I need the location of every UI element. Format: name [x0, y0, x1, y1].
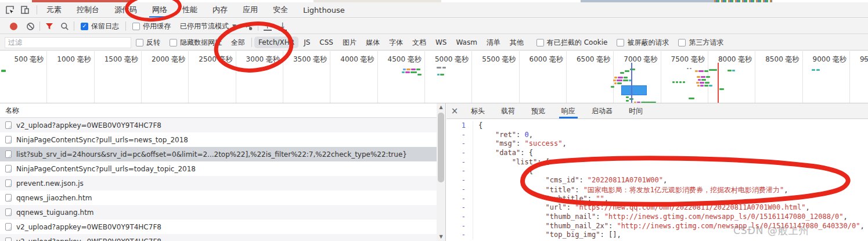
request-row[interactable]: qqnews_jiaozhen.htm	[0, 190, 437, 205]
gutter-marker[interactable]: -	[446, 231, 473, 240]
hide-data-urls-checkbox[interactable]: 隐藏数据网址	[170, 38, 222, 48]
gutter-marker[interactable]: -	[446, 131, 473, 140]
gutter-marker[interactable]: -	[446, 149, 473, 158]
scrollbar-thumb[interactable]	[438, 113, 444, 182]
request-name: NinjaPageContentSync?pull_urls=today_top…	[16, 165, 196, 173]
checkbox-unchecked[interactable]	[136, 39, 143, 46]
checkbox-unchecked[interactable]	[678, 39, 686, 46]
timeline-tick-label: 5000 毫秒	[435, 55, 469, 64]
detail-tab-载荷[interactable]: 载荷	[493, 103, 523, 118]
tab-应用[interactable]: 应用	[235, 2, 265, 17]
waterfall-mark	[727, 70, 732, 71]
code-text: "title": "国家电影局：将发放1亿元观影消费券，挖掘农村电影消费潜力",	[473, 185, 788, 195]
filter-input[interactable]	[5, 37, 131, 48]
tab-源代码[interactable]: 源代码	[107, 2, 145, 17]
scroll-down-icon[interactable]: ▼	[437, 233, 445, 241]
file-icon	[5, 165, 12, 172]
waterfall-mark	[641, 102, 656, 103]
gutter-marker[interactable]: -	[446, 139, 473, 149]
timeline-gridline: 8500 毫秒	[755, 51, 802, 103]
gutter-marker[interactable]: -	[446, 158, 473, 167]
waterfall-mark	[410, 71, 417, 73]
invert-checkbox[interactable]: 反转	[136, 38, 160, 48]
gutter-marker[interactable]: -	[446, 213, 473, 222]
filter-pill-清单[interactable]: 清单	[482, 36, 505, 49]
filter-pill-JS[interactable]: JS	[300, 37, 314, 48]
detail-tab-启动器[interactable]: 启动器	[584, 103, 621, 118]
filter-pill-全部[interactable]: 全部	[227, 36, 249, 49]
response-body[interactable]: 1{- "ret": 0,- "msg": "success",- "data"…	[446, 119, 868, 241]
detail-tab-响应[interactable]: 响应	[553, 103, 584, 118]
scroll-up-icon[interactable]: ▲	[437, 103, 445, 111]
preserve-log-checkbox[interactable]: ✓ 保留日志	[81, 21, 119, 31]
disable-cache-checkbox[interactable]: 停用缓存	[132, 21, 171, 31]
gutter-marker[interactable]: 1	[446, 121, 473, 131]
blocked-cookies-checkbox[interactable]: 有已拦截的 Cookie	[536, 38, 608, 48]
checkbox-unchecked[interactable]	[617, 39, 624, 46]
tab-内存[interactable]: 内存	[205, 2, 235, 17]
request-row[interactable]: v2_upload?appkey=0WEB0V0Y9T4HC7F8	[0, 234, 437, 241]
tab-性能[interactable]: 性能	[175, 2, 205, 17]
tab-控制台[interactable]: 控制台	[69, 2, 107, 17]
timeline-tick-label: 5500 毫秒	[482, 55, 516, 64]
filter-pill-媒体[interactable]: 媒体	[362, 36, 384, 49]
filter-pill-Wasm[interactable]: Wasm	[452, 37, 481, 48]
filter-icon[interactable]	[42, 19, 57, 33]
request-row[interactable]: prevent.new.json.js	[0, 176, 437, 190]
export-har-icon[interactable]: ↓	[275, 19, 290, 33]
tab-Lighthouse[interactable]: Lighthouse	[296, 2, 352, 17]
tab-网络[interactable]: 网络	[145, 2, 175, 17]
timeline-tick-label: 7000 毫秒	[624, 55, 657, 64]
inspect-element-icon[interactable]	[2, 3, 17, 17]
close-icon[interactable]: ×	[446, 106, 463, 116]
device-toolbar-icon[interactable]	[17, 3, 33, 17]
third-party-checkbox[interactable]: 第三方请求	[678, 38, 723, 48]
code-text: {	[473, 167, 533, 176]
scrollbar[interactable]: ▲ ▼	[437, 103, 445, 241]
request-row[interactable]: qqnews_tuiguang.htm	[0, 205, 437, 220]
request-row[interactable]: list?sub_srv_id=24hours&srv_id=pc&offset…	[0, 147, 437, 161]
timeline-tick-label: 4000 毫秒	[340, 55, 374, 64]
waterfall-mark	[706, 76, 710, 78]
waterfall-mark	[403, 69, 406, 70]
detail-tab-时间[interactable]: 时间	[621, 103, 651, 118]
request-row[interactable]: NinjaPageContentSync?pull_urls=today_top…	[0, 161, 437, 176]
network-conditions-icon[interactable]	[241, 19, 256, 33]
checkbox-checked[interactable]: ✓	[81, 23, 88, 30]
filter-pill-文档[interactable]: 文档	[408, 36, 430, 49]
throttling-dropdown[interactable]: 已停用节流模式 ▼	[180, 21, 236, 31]
filter-pill-字体[interactable]: 字体	[385, 36, 407, 49]
network-overview-timeline[interactable]: 500 毫秒1000 毫秒1500 毫秒2000 毫秒2500 毫秒3000 毫…	[0, 51, 868, 103]
blocked-requests-checkbox[interactable]: 被屏蔽的请求	[617, 38, 669, 48]
detail-tab-预览[interactable]: 预览	[523, 103, 553, 118]
column-header-name[interactable]: 名称	[0, 103, 445, 118]
filter-pill-其他[interactable]: 其他	[506, 36, 528, 49]
filter-pill-Fetch/XHR[interactable]: Fetch/XHR	[254, 37, 298, 48]
disable-cache-label: 停用缓存	[143, 21, 171, 31]
filter-pill-WS[interactable]: WS	[431, 37, 451, 48]
request-row[interactable]: v2_upload?appkey=0WEB0V0Y9T4HC7F8	[0, 220, 437, 234]
gutter-marker[interactable]: -	[446, 185, 473, 195]
record-button[interactable]	[10, 23, 17, 30]
code-line: - "subtitle": "",	[446, 195, 868, 204]
clear-icon[interactable]	[23, 19, 38, 33]
tab-安全[interactable]: 安全	[265, 2, 296, 17]
gutter-marker[interactable]: -	[446, 176, 473, 185]
gutter-marker[interactable]: -	[446, 167, 473, 176]
checkbox-unchecked[interactable]	[536, 39, 544, 46]
import-har-icon[interactable]: ↑	[260, 19, 275, 33]
detail-tab-标头[interactable]: 标头	[463, 103, 493, 118]
gutter-marker[interactable]: -	[446, 222, 473, 231]
gutter-marker[interactable]: -	[446, 203, 473, 213]
filter-pill-CSS[interactable]: CSS	[315, 37, 337, 48]
filter-pill-图片[interactable]: 图片	[338, 36, 361, 49]
request-row[interactable]: NinjaPageContentSync?pull_urls=news_top_…	[0, 132, 437, 147]
waterfall-mark	[672, 81, 675, 83]
gutter-marker[interactable]: -	[446, 195, 473, 204]
search-icon[interactable]	[57, 19, 72, 33]
request-row[interactable]: v2_upload?appkey=0WEB0V0Y9T4HC7F8	[0, 118, 437, 132]
checkbox-unchecked[interactable]	[132, 23, 140, 30]
tab-元素[interactable]: 元素	[39, 2, 69, 17]
checkbox-unchecked[interactable]	[170, 39, 177, 46]
waterfall-mark	[440, 74, 444, 75]
